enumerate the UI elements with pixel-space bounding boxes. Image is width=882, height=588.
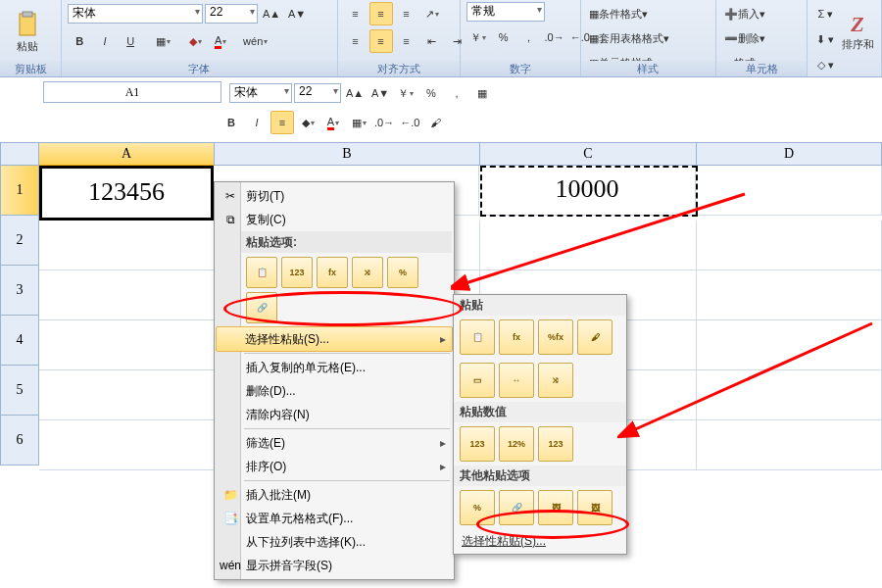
mini-center[interactable]: ≡ bbox=[270, 111, 294, 134]
paste-formula-icon[interactable]: fx bbox=[317, 257, 348, 288]
insert-button[interactable]: ➕ 插入 ▾ bbox=[722, 2, 767, 25]
orientation-icon[interactable]: ↗ bbox=[420, 2, 444, 25]
cell-d3[interactable] bbox=[697, 270, 882, 320]
sub-paste-fx[interactable]: fx bbox=[499, 319, 534, 355]
cell-c1[interactable]: 10000 bbox=[479, 166, 696, 216]
delete-button[interactable]: ➖ 删除 ▾ bbox=[722, 26, 767, 50]
cell-a3[interactable] bbox=[39, 270, 215, 320]
clear-icon[interactable]: ◇ ▾ bbox=[813, 53, 837, 76]
border-button[interactable]: ▦ bbox=[151, 29, 174, 53]
cell-a2[interactable] bbox=[39, 220, 215, 270]
ctx-format-cells[interactable]: 📑设置单元格格式(F)... bbox=[217, 507, 452, 530]
mini-border[interactable]: ▦ bbox=[347, 111, 370, 134]
sub-other-1[interactable]: % bbox=[460, 490, 495, 525]
cell-d6[interactable] bbox=[697, 420, 882, 470]
paste-percent-icon[interactable]: % bbox=[387, 257, 418, 288]
ctx-insert[interactable]: 插入复制的单元格(E)... bbox=[217, 356, 452, 379]
paste-button[interactable]: 粘贴 bbox=[6, 2, 49, 61]
mini-fontcolor[interactable]: A bbox=[321, 111, 345, 134]
sub-other-4[interactable]: 🖼 bbox=[577, 490, 612, 525]
align-right-icon[interactable]: ≡ bbox=[395, 29, 418, 53]
ctx-filter[interactable]: 筛选(E) bbox=[217, 431, 452, 455]
cell-a4[interactable] bbox=[39, 320, 215, 370]
mini-comma-icon[interactable]: , bbox=[445, 81, 468, 105]
sub-paste-format[interactable]: 🖌 bbox=[577, 319, 612, 355]
percent-icon[interactable]: % bbox=[492, 25, 515, 49]
font-size-combo[interactable]: 22 bbox=[205, 4, 258, 24]
cell-c2[interactable] bbox=[480, 220, 697, 270]
mini-currency-icon[interactable]: ￥ bbox=[394, 81, 417, 105]
sub-paste-fxnum[interactable]: %fx bbox=[538, 319, 573, 355]
sub-paste-all[interactable]: 📋 bbox=[460, 319, 495, 355]
italic-button[interactable]: I bbox=[93, 29, 117, 53]
paste-values-icon[interactable]: 123 bbox=[281, 257, 313, 288]
sub-paste-width[interactable]: ↔ bbox=[499, 363, 534, 398]
ctx-copy[interactable]: ⧉复制(C) bbox=[217, 208, 452, 231]
cell-d2[interactable] bbox=[697, 220, 882, 270]
comma-icon[interactable]: , bbox=[517, 25, 541, 49]
inc-decimal-icon[interactable]: .0→ bbox=[543, 25, 566, 49]
row-header-2[interactable]: 2 bbox=[0, 216, 39, 266]
autosum-icon[interactable]: Σ ▾ bbox=[813, 2, 837, 25]
fill-color-button[interactable]: ◆ bbox=[183, 29, 207, 53]
ctx-comment[interactable]: 📁插入批注(M) bbox=[217, 483, 452, 507]
sub-paste-special-link[interactable]: 选择性粘贴(S)... bbox=[454, 529, 626, 554]
paste-transpose-icon[interactable]: ⤭ bbox=[352, 257, 383, 288]
row-header-3[interactable]: 3 bbox=[0, 266, 39, 316]
sub-paste-transpose[interactable]: ⤭ bbox=[538, 363, 573, 398]
indent-dec-icon[interactable]: ⇤ bbox=[420, 29, 444, 53]
cell-d5[interactable] bbox=[697, 370, 882, 420]
phonetic-button[interactable]: wén bbox=[241, 29, 270, 53]
ctx-pinyin[interactable]: wén显示拼音字段(S) bbox=[217, 554, 452, 577]
mini-fill[interactable]: ◆ bbox=[296, 111, 319, 134]
mini-incdec[interactable]: .0→ bbox=[372, 111, 396, 134]
ctx-sort[interactable]: 排序(O) bbox=[217, 455, 452, 478]
cell-a6[interactable] bbox=[39, 420, 215, 470]
mini-shrink-icon[interactable]: A▼ bbox=[368, 81, 392, 105]
currency-icon[interactable]: ￥ bbox=[466, 25, 490, 49]
mini-painter[interactable]: 🖌 bbox=[423, 111, 447, 134]
name-box[interactable]: A1 bbox=[43, 81, 221, 103]
ctx-dropdown[interactable]: 从下拉列表中选择(K)... bbox=[217, 530, 452, 554]
sub-values-2[interactable]: 12% bbox=[499, 426, 534, 462]
table-format-button[interactable]: ▦ 套用表格格式 ▾ bbox=[587, 26, 671, 50]
underline-button[interactable]: U bbox=[119, 29, 142, 53]
sub-other-3[interactable]: 🖼 bbox=[538, 490, 573, 525]
mini-size-combo[interactable]: 22 bbox=[294, 83, 341, 103]
cond-format-button[interactable]: ▦ 条件格式 ▾ bbox=[587, 2, 650, 25]
mini-decdec[interactable]: ←.0 bbox=[398, 111, 421, 134]
mini-bold[interactable]: B bbox=[220, 111, 243, 134]
paste-link-icon[interactable]: 🔗 bbox=[246, 292, 277, 323]
row-header-1[interactable]: 1 bbox=[0, 166, 39, 216]
row-header-4[interactable]: 4 bbox=[0, 316, 39, 366]
sub-paste-noborder[interactable]: ▭ bbox=[460, 363, 495, 398]
cell-a1[interactable]: 123456 bbox=[39, 166, 214, 220]
align-left-icon[interactable]: ≡ bbox=[344, 29, 368, 53]
cell-d1[interactable] bbox=[696, 166, 882, 216]
ctx-clear[interactable]: 清除内容(N) bbox=[217, 403, 452, 426]
font-color-button[interactable]: A bbox=[209, 29, 232, 53]
fill-icon[interactable]: ⬇ ▾ bbox=[813, 27, 837, 51]
shrink-font-icon[interactable]: A▼ bbox=[285, 2, 309, 25]
mini-merge-icon[interactable]: ▦ bbox=[470, 81, 494, 105]
font-name-combo[interactable]: 宋体 bbox=[68, 4, 203, 24]
sub-values-3[interactable]: 123 bbox=[538, 426, 573, 462]
cell-d4[interactable] bbox=[697, 320, 882, 370]
grow-font-icon[interactable]: A▲ bbox=[260, 2, 283, 25]
ctx-paste-special[interactable]: 选择性粘贴(S)... bbox=[216, 326, 453, 352]
paste-all-icon[interactable]: 📋 bbox=[246, 257, 277, 288]
row-header-5[interactable]: 5 bbox=[0, 366, 39, 416]
mini-italic[interactable]: I bbox=[245, 111, 269, 134]
col-header-d[interactable]: D bbox=[697, 142, 882, 166]
sub-values-1[interactable]: 123 bbox=[460, 426, 495, 462]
ctx-delete[interactable]: 删除(D)... bbox=[217, 379, 452, 403]
align-bottom-icon[interactable]: ≡ bbox=[395, 2, 418, 25]
col-header-b[interactable]: B bbox=[215, 142, 480, 166]
mini-font-combo[interactable]: 宋体 bbox=[229, 83, 292, 103]
sub-other-2[interactable]: 🔗 bbox=[499, 490, 534, 525]
ctx-cut[interactable]: ✂剪切(T) bbox=[217, 184, 452, 208]
col-header-c[interactable]: C bbox=[480, 142, 697, 166]
align-middle-icon[interactable]: ≡ bbox=[369, 2, 393, 25]
col-header-a[interactable]: A bbox=[39, 142, 215, 166]
number-format-combo[interactable]: 常规 bbox=[466, 2, 545, 22]
